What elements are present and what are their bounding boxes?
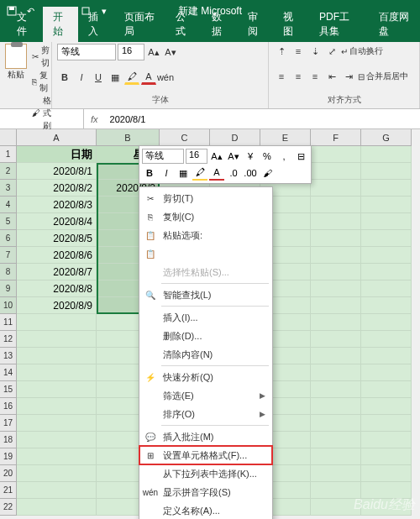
cell[interactable] [17,482,97,499]
cell[interactable] [17,331,97,348]
mini-font-select[interactable]: 等线 [142,149,184,164]
align-top-icon[interactable]: ⇡ [274,44,289,59]
context-menu-item[interactable]: 💬插入批注(M) [139,427,272,446]
select-all-corner[interactable] [0,129,17,146]
cell[interactable] [361,381,412,398]
mini-italic-button[interactable]: I [159,165,174,181]
merge-button[interactable]: ⊟合并后居中 [358,71,408,82]
formula-input[interactable]: 2020/8/1 [105,114,420,124]
mini-comma-icon[interactable]: , [276,149,291,164]
cell[interactable] [311,415,361,432]
cell[interactable]: 2020/8/9 [17,297,97,314]
mini-decimal-dec-icon[interactable]: .00 [243,165,258,181]
mini-currency-icon[interactable]: ¥ [243,149,258,164]
align-middle-icon[interactable]: ≡ [291,44,306,59]
align-bottom-icon[interactable]: ⇣ [307,44,323,59]
mini-border-button[interactable]: ▦ [176,165,191,181]
cell[interactable]: 2020/8/2 [17,180,97,197]
context-menu-item[interactable]: ✂剪切(T) [139,189,272,207]
col-header-D[interactable]: D [210,129,260,146]
cell[interactable] [311,146,361,163]
align-center-icon[interactable]: ≡ [291,69,306,84]
tab-review[interactable]: 审阅 [238,7,274,42]
tab-baidu[interactable]: 百度网盘 [369,7,420,42]
context-menu-item[interactable]: 📋 [139,244,272,263]
indent-decrease-icon[interactable]: ⇤ [324,69,339,84]
cell[interactable] [17,381,97,398]
orientation-icon[interactable]: ⤢ [324,44,339,59]
font-color-button[interactable]: A [141,70,156,85]
row-header[interactable]: 4 [0,197,17,213]
cell[interactable] [361,163,412,180]
align-right-icon[interactable]: ≡ [307,69,323,84]
cell[interactable] [311,465,361,482]
col-header-A[interactable]: A [17,129,97,146]
row-header[interactable]: 21 [0,482,17,499]
cell[interactable] [311,381,361,398]
row-header[interactable]: 1 [0,146,17,163]
row-header[interactable]: 6 [0,230,17,247]
underline-button[interactable]: U [91,70,106,85]
context-menu-item[interactable]: 🔍智能查找(L) [139,286,272,304]
tab-home[interactable]: 开始 [43,7,79,42]
fx-icon[interactable]: fx [84,114,105,124]
cell[interactable] [361,348,412,364]
cell[interactable] [361,432,412,448]
row-header[interactable]: 18 [0,432,17,448]
mini-decimal-inc-icon[interactable]: .0 [226,165,241,181]
row-header[interactable]: 2 [0,163,17,180]
row-header[interactable]: 22 [0,499,17,516]
cell[interactable] [311,230,361,247]
cell[interactable] [361,264,412,280]
cell[interactable] [361,314,412,331]
col-header-E[interactable]: E [260,129,311,146]
italic-button[interactable]: I [74,70,89,85]
cut-button[interactable]: ✂剪切 [32,44,51,69]
mini-fontcolor-button[interactable]: A [209,165,224,181]
font-size-select[interactable]: 16 [118,44,144,60]
row-header[interactable]: 15 [0,381,17,398]
cell[interactable] [17,314,97,331]
cell[interactable] [311,180,361,197]
cell[interactable] [311,213,361,230]
tab-pdf[interactable]: PDF工具集 [309,7,369,42]
cell[interactable] [361,398,412,415]
row-header[interactable]: 12 [0,331,17,348]
row-header[interactable]: 11 [0,314,17,331]
tab-layout[interactable]: 页面布局 [114,7,165,42]
row-header[interactable]: 14 [0,364,17,381]
context-menu-item[interactable]: ⚡快速分析(Q) [139,368,272,386]
cell[interactable]: 2020/8/5 [17,230,97,247]
cell[interactable] [311,280,361,297]
cell[interactable] [17,465,97,482]
context-menu-item[interactable]: 排序(O)▶ [139,405,272,423]
mini-decrease-font-icon[interactable]: A▾ [226,149,241,164]
cell[interactable] [311,331,361,348]
bold-button[interactable]: B [57,70,72,85]
cell[interactable]: 2020/8/7 [17,264,97,280]
cell[interactable] [311,264,361,280]
context-menu-item[interactable]: 清除内容(N) [139,345,272,364]
cell[interactable] [361,280,412,297]
mini-size-select[interactable]: 16 [186,149,207,164]
row-header[interactable]: 13 [0,348,17,364]
indent-increase-icon[interactable]: ⇥ [341,69,356,84]
tab-insert[interactable]: 插入 [78,7,114,42]
context-menu-item[interactable]: 筛选(E)▶ [139,386,272,405]
cell[interactable] [17,448,97,465]
fill-color-button[interactable]: 🖍 [124,70,139,85]
mini-fill-button[interactable]: 🖍 [192,165,207,181]
cell[interactable]: 2020/8/4 [17,213,97,230]
cell[interactable] [361,146,412,163]
cell[interactable] [17,415,97,432]
wrap-text-button[interactable]: ↵自动换行 [341,45,383,57]
pinyin-button[interactable]: wén [158,70,173,85]
tab-file[interactable]: 文件 [7,7,43,42]
row-header[interactable]: 16 [0,398,17,415]
cell[interactable]: 2020/8/6 [17,247,97,264]
cell[interactable] [361,180,412,197]
cell[interactable]: 2020/8/8 [17,280,97,297]
context-menu-item[interactable]: wén显示拼音字段(S) [139,483,272,501]
row-header[interactable]: 20 [0,465,17,482]
context-menu-item[interactable]: 插入(I)... [139,308,272,327]
